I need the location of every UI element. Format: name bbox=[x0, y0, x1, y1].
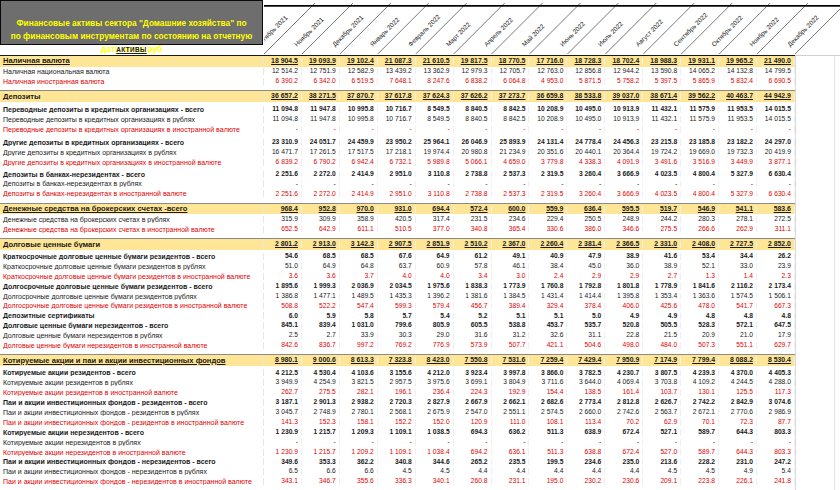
data-cell[interactable]: 23 215.8 bbox=[643, 139, 681, 146]
data-cell[interactable]: 2 938.2 bbox=[340, 399, 378, 406]
data-cell[interactable]: 5.1 bbox=[492, 313, 530, 320]
data-cell[interactable]: 2 913.0 bbox=[302, 241, 340, 248]
data-cell[interactable]: 19 974.4 bbox=[416, 149, 454, 156]
data-cell[interactable]: 6.6 bbox=[302, 468, 340, 475]
data-cell[interactable]: 6 690.5 bbox=[757, 78, 795, 85]
data-cell[interactable]: 20 364.4 bbox=[605, 149, 643, 156]
data-cell[interactable]: 11 953.5 bbox=[719, 106, 757, 113]
data-cell[interactable]: 5.9 bbox=[302, 313, 340, 320]
month-header-label[interactable]: Декабрь 2022 bbox=[786, 14, 821, 49]
data-cell[interactable]: 642.9 bbox=[302, 226, 340, 233]
data-cell[interactable]: 196.1 bbox=[378, 389, 416, 396]
data-cell[interactable]: - bbox=[605, 439, 643, 446]
data-cell[interactable]: 1 209.2 bbox=[340, 449, 378, 456]
data-cell[interactable]: 4 338.3 bbox=[567, 159, 605, 166]
data-cell[interactable]: 7 429.4 bbox=[567, 357, 605, 364]
data-cell[interactable]: 7 550.8 bbox=[454, 357, 492, 364]
data-cell[interactable]: 61.2 bbox=[454, 253, 492, 260]
data-cell[interactable]: 12 751.9 bbox=[302, 68, 340, 75]
data-cell[interactable]: 2 551.1 bbox=[492, 409, 530, 416]
data-cell[interactable]: 4.4 bbox=[454, 468, 492, 475]
data-cell[interactable]: 1 477.1 bbox=[302, 293, 340, 300]
data-cell[interactable]: 4 239.3 bbox=[681, 370, 719, 377]
data-cell[interactable]: 1 414.4 bbox=[567, 293, 605, 300]
data-cell[interactable]: 1 109.1 bbox=[378, 429, 416, 436]
data-cell[interactable]: 1 574.5 bbox=[719, 293, 757, 300]
data-cell[interactable]: 652.5 bbox=[264, 226, 302, 233]
data-cell[interactable]: 3.4 bbox=[454, 273, 492, 280]
data-cell[interactable]: 224.3 bbox=[454, 389, 492, 396]
data-cell[interactable]: 353.3 bbox=[302, 459, 340, 466]
row-label[interactable]: Денежные средства на брокерских счетах в… bbox=[0, 226, 264, 233]
data-cell[interactable]: 33.9 bbox=[340, 332, 378, 339]
data-cell[interactable]: 672.4 bbox=[605, 449, 643, 456]
data-cell[interactable]: 19 732.3 bbox=[719, 149, 757, 156]
data-cell[interactable]: 2 568.1 bbox=[378, 409, 416, 416]
data-cell[interactable]: 21.0 bbox=[719, 332, 757, 339]
row-label[interactable]: Паи и акции инвестиционных фондов - нере… bbox=[0, 458, 264, 465]
data-cell[interactable]: 3 644.0 bbox=[567, 379, 605, 386]
data-cell[interactable]: 1 215.7 bbox=[302, 449, 340, 456]
data-cell[interactable]: 20 351.6 bbox=[529, 149, 567, 156]
data-cell[interactable]: 12 979.3 bbox=[454, 68, 492, 75]
data-cell[interactable]: 46.1 bbox=[492, 263, 530, 270]
data-cell[interactable]: 1 435.3 bbox=[378, 293, 416, 300]
data-cell[interactable]: 138.5 bbox=[567, 389, 605, 396]
data-cell[interactable]: 6 732.1 bbox=[378, 159, 416, 166]
data-cell[interactable]: 4.4 bbox=[605, 468, 643, 475]
row-label[interactable]: Паи и акции инвестиционных фондов - нере… bbox=[0, 478, 264, 485]
data-cell[interactable]: 2 720.3 bbox=[378, 399, 416, 406]
row-label[interactable]: Депозитные сертификаты bbox=[0, 312, 264, 319]
data-cell[interactable]: 31.6 bbox=[454, 332, 492, 339]
data-cell[interactable]: 5.4 bbox=[757, 468, 795, 475]
data-cell[interactable]: 527.0 bbox=[643, 449, 681, 456]
data-cell[interactable]: 18 728.3 bbox=[567, 58, 605, 65]
data-cell[interactable]: 4 288.0 bbox=[757, 379, 795, 386]
data-cell[interactable]: 4 370.0 bbox=[719, 370, 757, 377]
month-header-label[interactable]: Февраль 2022 bbox=[407, 13, 443, 49]
data-cell[interactable]: 10 495.0 bbox=[567, 116, 605, 123]
data-cell[interactable]: 1 895.6 bbox=[264, 283, 302, 290]
data-cell[interactable]: 6 342.0 bbox=[302, 78, 340, 85]
row-label[interactable]: Наличная валюта bbox=[0, 57, 264, 65]
data-cell[interactable]: 638.9 bbox=[567, 429, 605, 436]
data-cell[interactable]: 4 023.5 bbox=[643, 191, 681, 198]
data-cell[interactable]: 72.3 bbox=[719, 419, 757, 426]
data-cell[interactable]: 349.6 bbox=[264, 459, 302, 466]
month-header-label[interactable]: Октябрь 2022 bbox=[710, 14, 745, 49]
data-cell[interactable]: - bbox=[757, 181, 795, 188]
data-cell[interactable]: 26.2 bbox=[757, 253, 795, 260]
data-cell[interactable]: - bbox=[340, 126, 378, 133]
data-cell[interactable]: 51.0 bbox=[264, 263, 302, 270]
data-cell[interactable]: 3 866.0 bbox=[529, 370, 567, 377]
data-cell[interactable]: - bbox=[264, 439, 302, 446]
data-cell[interactable]: 40.9 bbox=[529, 253, 567, 260]
data-cell[interactable]: 3 782.5 bbox=[567, 370, 605, 377]
row-label[interactable]: Краткосрочные долговые ценные бумаги рез… bbox=[0, 263, 264, 270]
data-cell[interactable]: 2 748.9 bbox=[302, 409, 340, 416]
data-cell[interactable]: - bbox=[643, 181, 681, 188]
data-cell[interactable]: 53.4 bbox=[681, 253, 719, 260]
data-cell[interactable]: 24 456.3 bbox=[605, 139, 643, 146]
row-label[interactable]: Долгосрочные долговые ценные бумаги рези… bbox=[0, 302, 264, 309]
data-cell[interactable]: 152.0 bbox=[416, 419, 454, 426]
data-cell[interactable]: 19 669.0 bbox=[681, 149, 719, 156]
data-cell[interactable]: 541.7 bbox=[719, 303, 757, 310]
data-cell[interactable]: 10 913.9 bbox=[605, 106, 643, 113]
data-cell[interactable]: 161.4 bbox=[605, 389, 643, 396]
data-cell[interactable]: 19 817.5 bbox=[454, 58, 492, 65]
data-cell[interactable]: 1 109.1 bbox=[378, 449, 416, 456]
data-cell[interactable]: 2 319.5 bbox=[529, 171, 567, 178]
data-cell[interactable]: 60.9 bbox=[416, 263, 454, 270]
row-label[interactable]: Долговые ценные бумаги нерезидентов - вс… bbox=[0, 322, 264, 329]
data-cell[interactable]: 317.4 bbox=[416, 216, 454, 223]
row-label[interactable]: Котируемые акции и паи и акции инвестици… bbox=[0, 357, 264, 365]
data-cell[interactable]: 2 574.5 bbox=[529, 409, 567, 416]
data-cell[interactable]: 2.4 bbox=[529, 273, 567, 280]
data-cell[interactable]: 505.5 bbox=[643, 322, 681, 329]
data-cell[interactable]: 4 953.0 bbox=[529, 78, 567, 85]
data-cell[interactable]: 2 951.0 bbox=[378, 171, 416, 178]
data-cell[interactable]: 195.0 bbox=[529, 478, 567, 485]
row-label[interactable]: Денежные средства на брокерских счетах -… bbox=[0, 205, 264, 213]
data-cell[interactable]: 836.7 bbox=[302, 342, 340, 349]
